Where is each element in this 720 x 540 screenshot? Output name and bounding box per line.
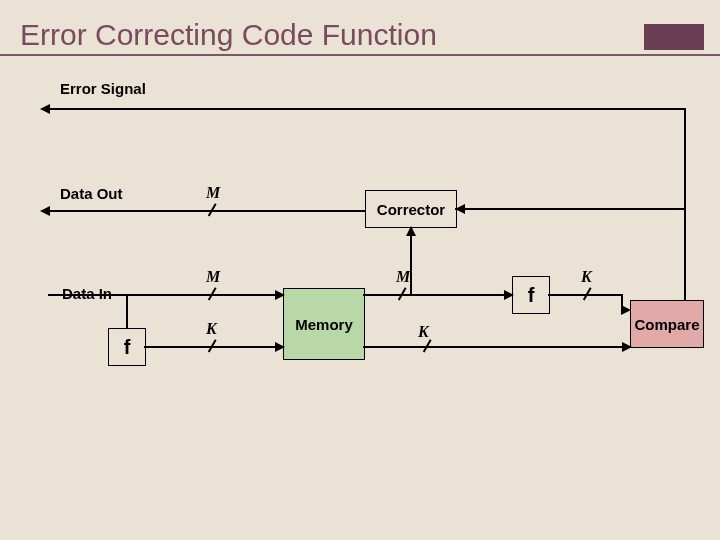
wire-data-in-m bbox=[48, 294, 283, 296]
corner-block bbox=[644, 24, 704, 50]
block-compare: Compare bbox=[630, 300, 704, 348]
arrowhead-f2-in bbox=[504, 290, 514, 300]
wire-error-signal-v bbox=[684, 108, 686, 300]
wire-compare-to-corrector-h bbox=[455, 208, 685, 210]
arrowhead-memory-in-m bbox=[275, 290, 285, 300]
arrowhead-corrector-in bbox=[406, 226, 416, 236]
bus-label-k2: K bbox=[418, 323, 429, 341]
block-f1: f bbox=[108, 328, 146, 366]
wire-data-out bbox=[48, 210, 365, 212]
wire-data-in-branch-v bbox=[126, 294, 128, 329]
ecc-diagram: Error Signal Data Out Data In Corrector … bbox=[0, 60, 720, 540]
bus-label-m1: M bbox=[206, 184, 220, 202]
arrowhead-data-out bbox=[40, 206, 50, 216]
bus-label-k3: K bbox=[581, 268, 592, 286]
title-bar: Error Correcting Code Function bbox=[0, 10, 720, 56]
bus-label-k1: K bbox=[206, 320, 217, 338]
wire-mem-out-m bbox=[363, 294, 512, 296]
wire-error-signal-h bbox=[48, 108, 685, 110]
label-data-out: Data Out bbox=[60, 185, 123, 202]
arrowhead-error-signal bbox=[40, 104, 50, 114]
wire-mem-out-k bbox=[363, 346, 622, 348]
page-title: Error Correcting Code Function bbox=[20, 18, 437, 52]
arrowhead-memory-in-k bbox=[275, 342, 285, 352]
block-corrector: Corrector bbox=[365, 190, 457, 228]
block-memory: Memory bbox=[283, 288, 365, 360]
arrowhead-compare-in-k bbox=[622, 342, 632, 352]
bus-label-m3: M bbox=[396, 268, 410, 286]
block-f2: f bbox=[512, 276, 550, 314]
bus-label-m2: M bbox=[206, 268, 220, 286]
wire-to-corrector-v bbox=[410, 234, 412, 295]
arrowhead-compare-in-upper bbox=[621, 305, 631, 315]
arrowhead-corrector-right bbox=[455, 204, 465, 214]
label-error-signal: Error Signal bbox=[60, 80, 146, 97]
